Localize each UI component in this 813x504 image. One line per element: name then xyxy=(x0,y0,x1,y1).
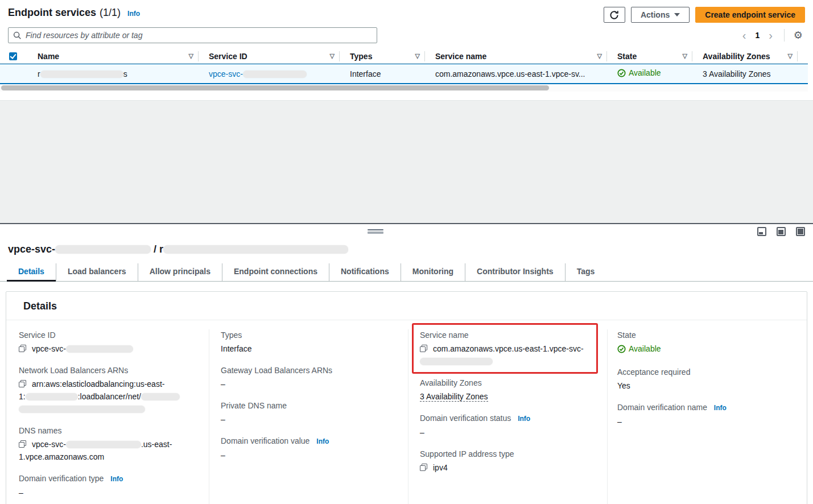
redacted-text xyxy=(420,358,493,365)
settings-gear-button[interactable]: ⚙ xyxy=(791,30,805,40)
info-link[interactable]: Info xyxy=(110,475,123,483)
tab-monitoring[interactable]: Monitoring xyxy=(401,263,465,281)
tab-contributor-insights[interactable]: Contributor Insights xyxy=(465,263,565,281)
details-card: Details Service ID vpce-svc- Network Loa… xyxy=(6,291,807,504)
column-header-service-name[interactable]: Service name ▽ xyxy=(425,51,607,61)
availability-zones-link[interactable]: 3 Availability Zones xyxy=(703,69,771,79)
actions-button[interactable]: Actions xyxy=(631,7,690,23)
column-header-service-id[interactable]: Service ID ▽ xyxy=(199,51,340,61)
horizontal-scrollbar-thumb[interactable] xyxy=(1,85,549,90)
service-id-link[interactable]: vpce-svc- xyxy=(209,69,307,79)
status-badge: Available xyxy=(617,68,661,77)
availability-zones-link[interactable]: 3 Availability Zones xyxy=(420,392,488,402)
select-all-header-cell xyxy=(0,51,27,61)
column-header-state[interactable]: State ▽ xyxy=(607,51,692,61)
redacted-text xyxy=(66,345,133,353)
toolbar: Actions Create endpoint service xyxy=(604,7,805,23)
resource-count: (1/1) xyxy=(100,7,121,19)
column-header-availability-zones[interactable]: Availability Zones ▽ xyxy=(692,51,798,61)
tab-notifications[interactable]: Notifications xyxy=(329,263,401,281)
check-circle-icon xyxy=(617,345,626,353)
filter-icon[interactable]: ▽ xyxy=(788,52,793,60)
redacted-text xyxy=(141,393,180,400)
pagination: ‹ 1 › ⚙ xyxy=(738,29,805,42)
copy-icon[interactable] xyxy=(19,345,26,352)
copy-icon[interactable] xyxy=(420,345,427,352)
split-panel-header-bar xyxy=(0,224,813,239)
row-clipped-cell: Y xyxy=(798,69,808,79)
tab-bar: Details Load balancers Allow principals … xyxy=(0,263,813,282)
field-service-name: Service name com.amazonaws.vpce.us-east-… xyxy=(420,329,593,367)
details-card-body: Service ID vpce-svc- Network Load Balanc… xyxy=(6,320,807,504)
search-input[interactable] xyxy=(26,31,372,40)
content-background xyxy=(0,100,813,223)
details-column-3: Service name com.amazonaws.vpce.us-east-… xyxy=(408,329,607,504)
field-gateway-load-balancers-arns: Gateway Load Balancers ARNs – xyxy=(221,365,394,390)
field-availability-zones: Availability Zones 3 Availability Zones xyxy=(420,377,593,403)
actions-label: Actions xyxy=(641,10,670,19)
search-box[interactable] xyxy=(8,27,377,43)
panel-size-small-button[interactable] xyxy=(757,227,766,236)
row-name-cell: rs xyxy=(27,69,199,79)
field-network-load-balancers-arns: Network Load Balancers ARNs arn:aws:elas… xyxy=(19,365,195,415)
details-column-2: Types Interface Gateway Load Balancers A… xyxy=(209,329,408,504)
tab-allow-principals[interactable]: Allow principals xyxy=(138,263,222,281)
details-column-1: Service ID vpce-svc- Network Load Balanc… xyxy=(6,329,209,504)
previous-page-button[interactable]: ‹ xyxy=(738,30,751,41)
next-page-button[interactable]: › xyxy=(764,30,777,41)
tab-load-balancers[interactable]: Load balancers xyxy=(56,263,138,281)
tab-endpoint-connections[interactable]: Endpoint connections xyxy=(222,263,329,281)
redacted-text xyxy=(55,245,151,254)
split-panel-drag-handle[interactable] xyxy=(368,229,383,234)
split-panel-title: vpce-svc- / r xyxy=(0,239,813,263)
filter-icon[interactable]: ▽ xyxy=(189,52,193,60)
split-panel: vpce-svc- / r Details Load balancers All… xyxy=(0,223,813,504)
header-info-link[interactable]: Info xyxy=(127,10,140,18)
refresh-icon xyxy=(609,10,619,20)
caret-down-icon xyxy=(674,13,680,16)
redacted-text xyxy=(66,441,141,448)
field-domain-verification-type: Domain verification type Info – xyxy=(19,473,195,499)
filter-icon[interactable]: ▽ xyxy=(597,52,602,60)
field-acceptance-required: Acceptance required Yes xyxy=(617,366,793,392)
table-header-row: Name ▽ Service ID ▽ Types ▽ Service name… xyxy=(0,49,808,64)
panel-size-large-button[interactable] xyxy=(796,227,805,236)
column-header-clipped[interactable]: A xyxy=(798,51,808,61)
redacted-text xyxy=(243,71,307,78)
filter-icon[interactable]: ▽ xyxy=(415,52,420,60)
refresh-button[interactable] xyxy=(604,7,625,23)
info-link[interactable]: Info xyxy=(316,437,329,445)
current-page-button[interactable]: 1 xyxy=(753,31,762,40)
info-link[interactable]: Info xyxy=(714,404,727,412)
field-service-id: Service ID vpce-svc- xyxy=(19,329,195,355)
field-domain-verification-status: Domain verification status Info – xyxy=(420,412,593,439)
row-service-id-cell: vpce-svc- xyxy=(199,69,340,79)
copy-icon[interactable] xyxy=(19,380,26,387)
filter-icon[interactable]: ▽ xyxy=(330,52,335,60)
split-panel-size-controls xyxy=(757,227,805,236)
row-state-cell: Available xyxy=(607,68,692,79)
copy-icon[interactable] xyxy=(19,440,26,448)
details-heading: Details xyxy=(23,300,790,312)
info-link[interactable]: Info xyxy=(518,415,530,423)
copy-icon[interactable] xyxy=(420,464,427,471)
select-all-checkbox[interactable] xyxy=(9,52,17,60)
redacted-text xyxy=(19,406,145,413)
column-header-types[interactable]: Types ▽ xyxy=(340,51,425,61)
page-title: Endpoint services xyxy=(8,7,96,19)
table-row[interactable]: rs vpce-svc- Interface com.amazonaws.vpc… xyxy=(0,64,808,84)
redacted-text xyxy=(26,393,78,400)
field-state: State Available xyxy=(617,329,793,357)
tab-details[interactable]: Details xyxy=(7,263,56,281)
endpoint-services-section: Endpoint services (1/1) Info Actions Cre… xyxy=(0,0,813,92)
redacted-text xyxy=(40,71,123,78)
column-header-name[interactable]: Name ▽ xyxy=(27,51,199,61)
tab-tags[interactable]: Tags xyxy=(565,263,606,281)
endpoint-services-table: Name ▽ Service ID ▽ Types ▽ Service name… xyxy=(0,49,808,84)
create-endpoint-service-button[interactable]: Create endpoint service xyxy=(695,7,805,23)
panel-size-medium-button[interactable] xyxy=(777,227,786,236)
field-supported-ip-address-type: Supported IP address type ipv4 xyxy=(420,448,593,474)
field-types: Types Interface xyxy=(221,329,394,355)
table-controls: ‹ 1 › ⚙ xyxy=(0,23,813,47)
filter-icon[interactable]: ▽ xyxy=(683,52,687,60)
